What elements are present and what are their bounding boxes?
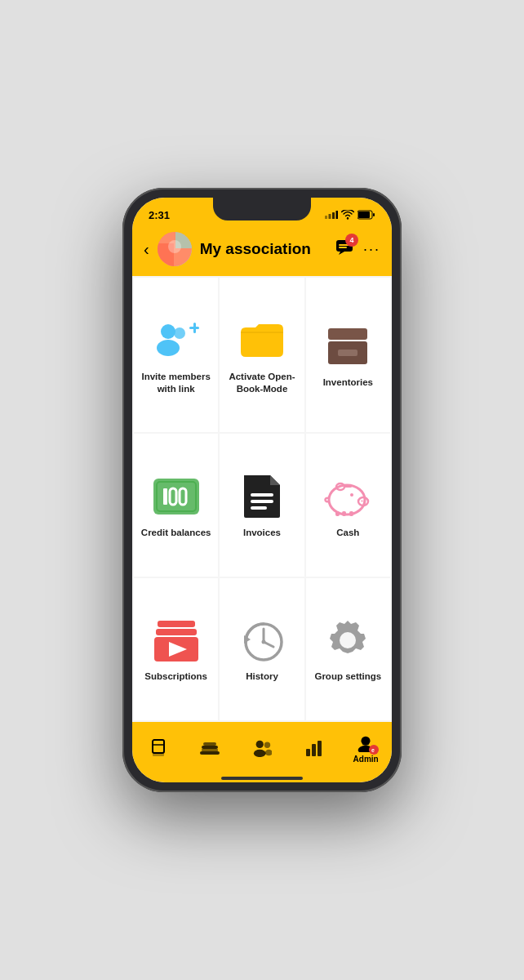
nav-item-drinks[interactable]: [132, 738, 184, 758]
grid-item-cash[interactable]: Cash: [306, 434, 390, 576]
inventories-label: Inventories: [323, 376, 373, 389]
subscriptions-label: Subscriptions: [144, 670, 207, 683]
history-icon: [236, 618, 288, 662]
svg-point-61: [265, 750, 272, 755]
svg-rect-62: [306, 749, 310, 756]
admin-badge: e: [369, 745, 379, 755]
svg-rect-29: [251, 500, 273, 503]
invite-members-icon: [150, 318, 202, 363]
svg-rect-38: [335, 511, 340, 516]
svg-rect-28: [251, 493, 273, 497]
svg-point-50: [340, 632, 356, 648]
inventories-icon: [322, 324, 374, 368]
svg-point-36: [350, 493, 353, 497]
invoices-icon: [236, 474, 288, 519]
grid-item-credit-balances[interactable]: Credit balances: [134, 434, 218, 576]
svg-rect-64: [318, 741, 322, 756]
group-settings-label: Group settings: [314, 670, 381, 683]
svg-point-15: [161, 324, 175, 339]
grid-item-group-settings[interactable]: Group settings: [306, 578, 390, 720]
nav-item-stats[interactable]: [288, 738, 340, 758]
nav-item-members[interactable]: [236, 738, 288, 758]
history-label: History: [246, 670, 278, 683]
svg-rect-55: [203, 742, 216, 746]
invite-members-label: Invite members with link: [140, 371, 211, 395]
svg-rect-2: [332, 212, 335, 219]
home-bar: [221, 777, 303, 780]
svg-rect-54: [202, 746, 218, 749]
nav-item-food[interactable]: [184, 738, 237, 758]
svg-rect-19: [193, 323, 196, 333]
notification-button[interactable]: 4: [335, 238, 353, 260]
phone-frame: 2:31: [122, 188, 402, 792]
svg-rect-6: [358, 212, 370, 218]
admin-icon-wrap: e: [356, 733, 375, 753]
svg-rect-57: [200, 751, 220, 755]
bottom-nav: e Admin: [132, 722, 392, 777]
svg-rect-41: [158, 621, 195, 627]
svg-rect-37: [344, 485, 352, 488]
svg-point-33: [362, 500, 363, 501]
notification-badge: 4: [345, 234, 358, 247]
svg-rect-7: [373, 213, 375, 216]
menu-grid: Invite members with link Activate Open-B…: [132, 276, 392, 722]
svg-rect-51: [153, 740, 164, 753]
cup-icon: [149, 738, 168, 758]
credit-balances-icon: [150, 474, 202, 519]
svg-point-4: [347, 217, 349, 219]
svg-rect-63: [312, 744, 316, 756]
svg-rect-39: [342, 511, 346, 516]
grid-item-subscriptions[interactable]: Subscriptions: [134, 578, 218, 720]
svg-text:e: e: [371, 747, 375, 753]
header-actions: 4 ···: [335, 238, 380, 260]
grid-item-history[interactable]: History: [220, 578, 304, 720]
food-icon: [200, 738, 220, 758]
credit-balances-label: Credit balances: [141, 527, 211, 539]
svg-point-11: [168, 240, 181, 253]
grid-item-invite-members[interactable]: Invite members with link: [134, 278, 218, 432]
svg-point-59: [254, 750, 266, 757]
svg-rect-42: [156, 629, 197, 635]
cash-label: Cash: [336, 527, 359, 539]
svg-point-65: [362, 736, 371, 745]
people-icon: [252, 738, 272, 758]
avatar[interactable]: [158, 232, 192, 266]
subscriptions-icon: [150, 618, 202, 662]
page-title: My association: [200, 240, 327, 258]
open-book-label: Activate Open-Book-Mode: [226, 371, 297, 395]
svg-point-17: [174, 327, 185, 339]
svg-rect-1: [329, 214, 331, 219]
grid-item-invoices[interactable]: Invoices: [220, 434, 304, 576]
svg-point-58: [256, 741, 264, 748]
status-time: 2:31: [149, 209, 170, 221]
app-header: ‹ My association: [132, 227, 392, 276]
battery-icon: [357, 210, 375, 220]
grid-item-inventories[interactable]: Inventories: [306, 278, 390, 432]
status-icons: [325, 210, 375, 220]
svg-rect-52: [153, 753, 164, 756]
svg-rect-3: [336, 211, 339, 219]
svg-point-60: [264, 742, 270, 748]
signal-icon: [325, 211, 338, 219]
wifi-icon: [341, 210, 354, 220]
svg-point-34: [364, 500, 366, 501]
more-button[interactable]: ···: [363, 241, 380, 258]
svg-rect-30: [251, 506, 267, 510]
chart-icon: [304, 738, 324, 758]
notch: [213, 198, 311, 220]
svg-rect-20: [328, 328, 367, 340]
admin-label: Admin: [353, 755, 379, 764]
svg-point-49: [261, 640, 265, 644]
open-book-icon: [236, 318, 288, 363]
cash-icon: [322, 474, 374, 519]
svg-point-16: [157, 340, 180, 356]
svg-rect-40: [349, 511, 353, 516]
group-settings-icon: [322, 618, 374, 662]
back-button[interactable]: ‹: [144, 240, 149, 259]
svg-rect-0: [325, 216, 327, 219]
nav-item-admin[interactable]: e Admin: [340, 733, 392, 764]
avatar-image: [158, 232, 192, 266]
home-indicator: [132, 777, 392, 782]
invoices-label: Invoices: [243, 527, 281, 539]
grid-item-open-book[interactable]: Activate Open-Book-Mode: [220, 278, 304, 432]
